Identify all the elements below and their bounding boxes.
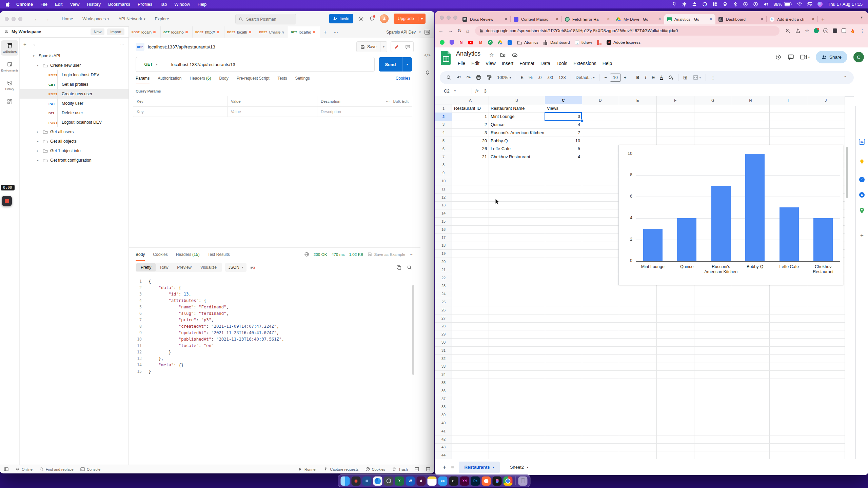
formula-input[interactable]: 3 [484, 88, 486, 94]
dock-screenshot-icon[interactable] [384, 476, 393, 486]
lightbulb-icon[interactable] [425, 70, 430, 76]
fill-color-icon[interactable] [668, 75, 673, 80]
text-color-button[interactable]: A [660, 75, 663, 80]
view-pretty[interactable]: Pretty [136, 263, 156, 271]
cell-C4[interactable]: 7 [545, 128, 582, 137]
nav-arrows[interactable]: ←→ [34, 16, 50, 22]
bookmark-calendar[interactable]: 1 [508, 40, 512, 45]
copy-icon[interactable] [396, 265, 401, 270]
row-header-34[interactable]: 34 [435, 370, 452, 379]
font-select[interactable]: Defaul...▾ [573, 75, 597, 80]
save-as-example-button[interactable]: Save as Example [374, 252, 405, 257]
bookmark-youtube[interactable] [468, 41, 473, 44]
response-body[interactable]: 1{2 "data": {3 "id": 13,4 "attributes": … [133, 278, 410, 375]
settings-gear-icon[interactable] [358, 16, 364, 22]
tree-collection[interactable]: ▾Sparsis API [19, 51, 129, 61]
cell-A3[interactable]: 2 [452, 121, 489, 129]
edit-pencil-icon[interactable] [391, 44, 402, 49]
more-formats-button[interactable]: 123 [556, 75, 568, 80]
workspace-title[interactable]: My Workspace [12, 29, 41, 34]
row-header-5[interactable]: 5 [435, 137, 452, 145]
cell-C7[interactable]: 4 [545, 153, 582, 161]
cell-B5[interactable]: Bobby-Q [489, 137, 545, 145]
menu-chrome[interactable]: Chrome [13, 2, 37, 7]
bookmark-netflix[interactable]: N [459, 40, 463, 45]
cell-C3[interactable]: 4 [545, 121, 582, 129]
send-button[interactable]: Send▾ [379, 57, 412, 72]
menu-tab[interactable]: Tab [156, 2, 171, 7]
column-header-G[interactable]: G [694, 96, 732, 104]
close-tab-icon[interactable]: ✕ [556, 17, 559, 21]
tree-folder[interactable]: ▾Create new user [19, 61, 129, 70]
bulk-edit-button[interactable]: Bulk Edit [393, 99, 409, 103]
request-tab[interactable]: POSTCreate n [256, 26, 288, 38]
volume-icon[interactable] [763, 2, 768, 7]
menu-help[interactable]: Help [599, 60, 615, 67]
contacts-icon[interactable] [859, 192, 865, 198]
cell-A1[interactable]: Restaurant ID [452, 104, 489, 113]
row-header-17[interactable]: 17 [435, 233, 452, 242]
param-more-icon[interactable]: ⋯ [386, 99, 390, 104]
row-header-10[interactable]: 10 [435, 177, 452, 185]
response-tab-headers[interactable]: Headers(15) [176, 248, 200, 261]
row-header-1[interactable]: 1 [435, 104, 452, 113]
wrap-text-icon[interactable] [250, 265, 255, 270]
view-preview[interactable]: Preview [173, 263, 196, 271]
browser-tab[interactable]: Fetch Error Ha✕ [562, 14, 613, 24]
response-status[interactable]: 200 OK [314, 252, 327, 257]
row-header-43[interactable]: 43 [435, 443, 452, 451]
request-tab-authorization[interactable]: Authorization [158, 73, 181, 83]
cookies-link[interactable]: Cookies [396, 76, 410, 81]
nav-home[interactable]: Home [58, 17, 76, 21]
bluetooth-icon[interactable] [733, 2, 738, 7]
browser-tab[interactable]: Content Manag✕ [511, 14, 562, 24]
search-response-icon[interactable] [407, 265, 412, 270]
method-selector[interactable]: GET▾ [136, 57, 166, 72]
panel-toggle-icon[interactable] [415, 467, 419, 471]
bookmark-red-blocks[interactable] [597, 40, 601, 45]
siri-icon[interactable] [817, 2, 823, 7]
back-icon[interactable]: ← [438, 28, 443, 34]
response-tab-test[interactable]: Test Results [208, 248, 230, 261]
bookmark-spotify[interactable] [440, 40, 445, 45]
collapse-toolbar-icon[interactable]: ⌃ [844, 75, 850, 80]
chevron-right-icon[interactable]: ▸ [37, 149, 40, 152]
decrease-font-size-button[interactable]: − [602, 75, 609, 80]
fill-handle[interactable] [580, 119, 584, 122]
sidebar-rail-environments[interactable]: Environments [1, 59, 18, 74]
browser-tab[interactable]: Dashboard✕ [715, 14, 767, 24]
menu-format[interactable]: Format [516, 60, 537, 67]
cell-C1[interactable]: Views [545, 104, 582, 113]
version-history-icon[interactable] [775, 54, 782, 60]
maps-icon[interactable] [860, 208, 865, 215]
redo-icon[interactable]: ↷ [464, 75, 473, 81]
move-folder-icon[interactable] [500, 52, 506, 58]
request-url[interactable]: localhost:1337/api/restaurants/13 [166, 62, 235, 67]
response-scrollbar[interactable] [412, 285, 414, 375]
forward-icon[interactable]: → [448, 28, 453, 34]
tree-folder[interactable]: ▸Get all users [19, 127, 129, 137]
menu-profiles[interactable]: Profiles [134, 2, 156, 7]
star-icon[interactable]: ☆ [805, 28, 809, 34]
bookmark-tldraw[interactable]: ;tldraw [575, 40, 592, 45]
row-header-4[interactable]: 4 [435, 128, 452, 137]
column-header-H[interactable]: H [732, 96, 769, 104]
dock-screen-recorder-icon[interactable] [352, 476, 361, 486]
invite-button[interactable]: Invite [329, 14, 353, 23]
tree-folder[interactable]: ▸Get all objects [19, 137, 129, 146]
import-button[interactable]: Import [107, 28, 124, 35]
status-runner[interactable]: Runner [298, 467, 317, 471]
browser-tab[interactable]: Analytics - Go✕ [664, 14, 715, 24]
response-tab-cookies[interactable]: Cookies [153, 248, 167, 261]
chart-bar-2[interactable] [677, 218, 696, 261]
tree-request[interactable]: PUTModify user [19, 99, 129, 108]
notifications-bell-icon[interactable] [369, 16, 375, 22]
close-tab-icon[interactable]: ✕ [812, 17, 815, 21]
paint-format-icon[interactable] [487, 75, 492, 80]
chart-bar-3[interactable] [711, 186, 731, 261]
request-tab[interactable]: POSTlocalh [129, 26, 161, 38]
tree-request[interactable]: DELDelete user [19, 108, 129, 118]
row-header-18[interactable]: 18 [435, 242, 452, 250]
format-currency-button[interactable]: £ [518, 75, 526, 80]
cell-B1[interactable]: Restaurant Name [489, 104, 545, 113]
